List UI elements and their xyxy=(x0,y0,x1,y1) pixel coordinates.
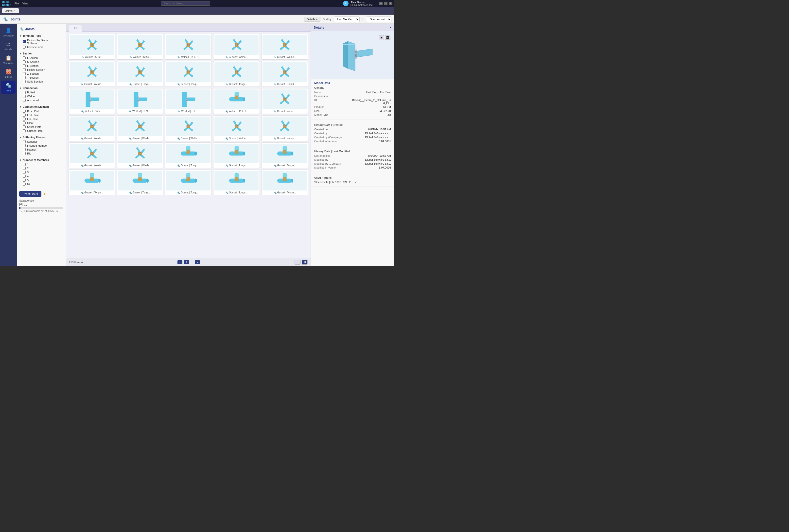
content-grid-area[interactable]: 🔩 Welded | U to U 🔩 Welded | Stiffe... xyxy=(66,32,311,258)
nav-item-templates[interactable]: 📋 Templates xyxy=(1,53,16,66)
list-item[interactable]: 🔩 Gusset | Welde... xyxy=(69,115,115,141)
close-button[interactable]: × xyxy=(389,2,392,5)
list-item[interactable]: 🔩 Gusset | Welde... xyxy=(261,115,308,141)
list-item[interactable]: 🔩 Gusset | Tongu... xyxy=(261,170,308,195)
sort-select[interactable]: Last Modified xyxy=(334,17,360,22)
checkbox-3[interactable] xyxy=(23,171,26,174)
filter-item-splice-plate[interactable]: Splice Plate xyxy=(17,125,66,129)
filter-item-1[interactable]: 1 xyxy=(17,163,66,166)
filter-item-z-section[interactable]: Z-Section xyxy=(17,72,66,76)
list-item[interactable]: 🔩 Gusset | Tongu... xyxy=(117,61,164,87)
filter-group-section-header[interactable]: ▼ Section xyxy=(17,51,66,56)
checkbox-u-section[interactable] xyxy=(23,60,26,63)
filter-item-defined-by-dlubal[interactable]: Defined by Dlubal Software xyxy=(17,38,66,45)
filter-item-welded[interactable]: Welded xyxy=(17,94,66,98)
favorite-icon[interactable]: ★ xyxy=(43,192,46,196)
filter-item-user-defined[interactable]: User-defined xyxy=(17,45,66,49)
checkbox-gusset-plate[interactable] xyxy=(23,129,26,132)
checkbox-bolted[interactable] xyxy=(23,91,26,94)
filter-item-inserted-member[interactable]: Inserted Member xyxy=(17,144,66,148)
filter-item-2[interactable]: 2 xyxy=(17,166,66,170)
filter-item-cleat[interactable]: Cleat xyxy=(17,121,66,125)
filter-item-hollow-section[interactable]: Hollow Section xyxy=(17,68,66,72)
checkbox-splice-plate[interactable] xyxy=(23,126,26,128)
list-item[interactable]: 🔩 Gusset | Tongu... xyxy=(213,170,260,195)
filter-item-rib[interactable]: Rib xyxy=(17,152,66,155)
open-recent-select[interactable]: Open recent xyxy=(366,17,391,22)
filter-group-members-header[interactable]: ▼ Number of Members xyxy=(17,157,66,163)
list-item[interactable]: 🔩 Gusset | Tongu... xyxy=(213,142,260,168)
checkbox-rib[interactable] xyxy=(23,152,26,155)
filter-item-5[interactable]: 5 xyxy=(17,178,66,182)
list-item[interactable]: 🔩 Gusset | Tongu... xyxy=(165,142,212,168)
tab-close-button[interactable]: × xyxy=(14,10,16,12)
list-item[interactable]: 🔩 Gusset | Tongu... xyxy=(213,61,260,87)
sort-direction-icon[interactable]: ↓ xyxy=(362,17,364,21)
list-item[interactable]: 🔩 Welded | Stiffe... xyxy=(117,34,164,60)
checkbox-l-section[interactable] xyxy=(23,64,26,67)
joints-tab[interactable]: Joints × xyxy=(2,8,19,13)
minimize-button[interactable]: ─ xyxy=(379,2,382,5)
page-1-button[interactable]: 1 xyxy=(184,260,189,264)
list-item[interactable]: 🔩 Welded | Stiffe... xyxy=(69,88,115,114)
menu-view[interactable]: View xyxy=(22,2,29,5)
filter-item-stiffener[interactable]: Stiffener xyxy=(17,140,66,144)
checkbox-fin-plate[interactable] xyxy=(23,117,26,120)
filter-item-bolted[interactable]: Bolted xyxy=(17,91,66,94)
list-item[interactable]: 🔩 Welded | CHS t... xyxy=(213,88,260,114)
list-item[interactable]: 🔩 Gusset | Tongu... xyxy=(69,170,115,195)
checkbox-cleat[interactable] xyxy=(23,121,26,125)
filter-item-base-plate[interactable]: Base Plate xyxy=(17,109,66,113)
menu-file[interactable]: File xyxy=(15,2,19,5)
filter-item-t-section[interactable]: T-Section xyxy=(17,76,66,80)
filter-item-anchored[interactable]: Anchored xyxy=(17,98,66,102)
checkbox-anchored[interactable] xyxy=(23,99,26,102)
maximize-button[interactable]: □ xyxy=(384,2,388,5)
checkbox-solid-section[interactable] xyxy=(23,80,26,83)
tab-all[interactable]: All xyxy=(69,25,81,32)
filter-item-gusset-plate[interactable]: Gusset Plate xyxy=(17,129,66,133)
list-item[interactable]: 🔩 Gusset | Welde... xyxy=(69,61,115,87)
list-item[interactable]: 🔩 Gusset | Tongu... xyxy=(117,170,164,195)
preview-3d-button[interactable]: 🖼 xyxy=(385,35,391,40)
details-button[interactable]: Details × xyxy=(304,17,320,22)
next-page-button[interactable]: › xyxy=(195,260,200,264)
list-item[interactable]: 🔩 Gusset | Welde... xyxy=(213,34,260,60)
filter-item-haunch[interactable]: Haunch xyxy=(17,148,66,152)
filter-group-stiffening-header[interactable]: ▼ Stiffening Element xyxy=(17,135,66,140)
checkbox-z-section[interactable] xyxy=(23,72,26,75)
checkbox-2[interactable] xyxy=(23,167,26,170)
list-item[interactable]: 🔩 Gusset | Welde... xyxy=(261,88,308,114)
filter-item-fin-plate[interactable]: Fin Plate xyxy=(17,117,66,121)
checkbox-stiffener[interactable] xyxy=(23,140,26,143)
list-item[interactable]: 🔩 Welded | RHS t... xyxy=(165,34,212,60)
checkbox-user-defined[interactable] xyxy=(23,45,26,49)
checkbox-base-plate[interactable] xyxy=(23,110,26,113)
filter-item-u-section[interactable]: U-Section xyxy=(17,60,66,64)
reset-filters-button[interactable]: Reset Filters xyxy=(19,191,41,197)
checkbox-4[interactable] xyxy=(23,175,26,178)
checkbox-end-plate[interactable] xyxy=(23,114,26,117)
filter-item-4[interactable]: 4 xyxy=(17,174,66,178)
preview-2d-button[interactable]: ⊞ xyxy=(379,35,384,40)
nav-item-my-account[interactable]: 👤 My Account xyxy=(1,26,16,39)
list-item[interactable]: 🔩 Welded | RHS t... xyxy=(117,88,164,114)
checkbox-t-section[interactable] xyxy=(23,76,26,79)
list-item[interactable]: 🔩 Gusset | Tongu... xyxy=(261,142,308,168)
checkbox-defined-by-dlubal[interactable] xyxy=(23,40,26,43)
checkbox-welded[interactable] xyxy=(23,95,26,98)
filter-group-template-type-header[interactable]: ▼ Template Type xyxy=(17,33,66,38)
list-item[interactable]: 🔩 Welded | U to U xyxy=(69,34,115,60)
list-item[interactable]: 🔩 Welded | H to ... xyxy=(165,88,212,114)
list-item[interactable]: 🔩 Gusset | Welde... xyxy=(261,34,308,60)
filter-item-end-plate[interactable]: End Plate xyxy=(17,113,66,117)
list-item[interactable]: 🔩 Gusset | Tongu... xyxy=(165,61,212,87)
list-item[interactable]: 🔩 Gusset | Welde... xyxy=(165,115,212,141)
grid-view-button[interactable]: ⊞ xyxy=(302,260,307,265)
nav-item-blocks[interactable]: 🧱 Blocks xyxy=(1,67,16,80)
list-item[interactable]: 🔩 Gusset | Bolted... xyxy=(261,61,308,87)
prev-page-button[interactable]: ‹ xyxy=(177,260,182,264)
checkbox-hollow-section[interactable] xyxy=(23,68,26,71)
filter-group-connection-element-header[interactable]: ▼ Connection Element xyxy=(17,104,66,109)
filter-group-connection-header[interactable]: ▼ Connection xyxy=(17,86,66,91)
